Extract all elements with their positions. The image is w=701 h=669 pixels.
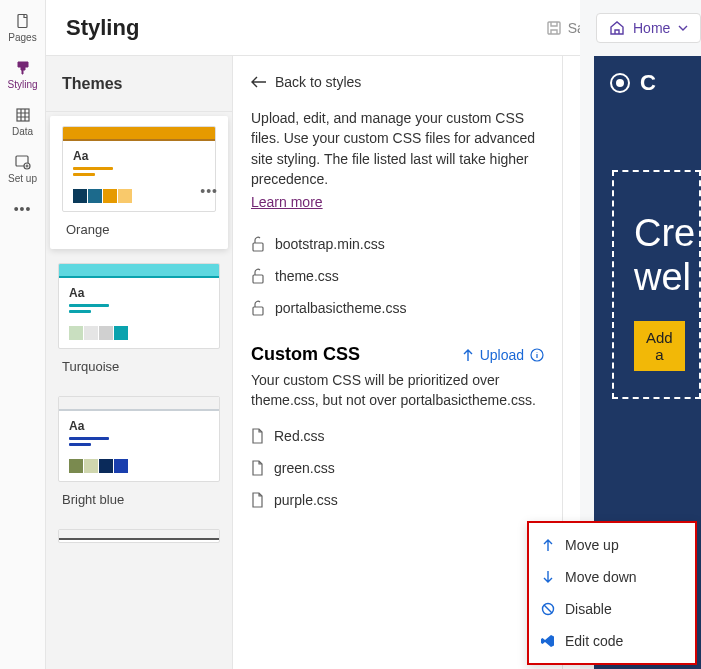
svg-rect-5	[253, 243, 263, 251]
css-file-name: Red.css	[274, 428, 325, 444]
theme-sample-text: Aa	[69, 419, 209, 433]
svg-rect-4	[548, 22, 560, 34]
upload-button[interactable]: Upload	[462, 347, 544, 363]
file-icon	[251, 492, 264, 508]
lock-open-icon	[251, 300, 265, 316]
themes-header: Themes	[46, 56, 232, 112]
rail-more[interactable]: •••	[1, 194, 45, 224]
svg-rect-1	[17, 109, 29, 121]
grid-icon	[14, 106, 32, 124]
theme-card-brightblue[interactable]: Aa Bright blue	[46, 386, 232, 519]
chevron-down-icon	[678, 25, 688, 31]
rail-styling-label: Styling	[7, 79, 37, 90]
gear-plus-icon	[14, 153, 32, 171]
css-file-name: portalbasictheme.css	[275, 300, 407, 316]
hero-block[interactable]: Cre wel Add a	[612, 170, 701, 399]
lock-open-icon	[251, 236, 265, 252]
ctx-label: Disable	[565, 601, 612, 617]
home-button[interactable]: Home	[596, 13, 701, 43]
rail-styling[interactable]: Styling	[1, 53, 45, 96]
home-label: Home	[633, 20, 670, 36]
hero-line2: wel	[634, 256, 679, 300]
custom-css-item[interactable]: purple.css	[251, 484, 544, 516]
rail-pages-label: Pages	[8, 32, 36, 43]
ctx-label: Move up	[565, 537, 619, 553]
more-icon: •••	[14, 200, 32, 218]
save-icon	[546, 20, 562, 36]
brush-icon	[14, 59, 32, 77]
theme-card-turquoise[interactable]: Aa Turquoise	[46, 253, 232, 386]
disable-icon	[541, 602, 555, 616]
ctx-label: Edit code	[565, 633, 623, 649]
preview-toolbar: Home	[580, 0, 701, 56]
logo-icon	[608, 71, 632, 95]
custom-css-title: Custom CSS	[251, 344, 360, 365]
css-file-name: theme.css	[275, 268, 339, 284]
css-file-name: green.css	[274, 460, 335, 476]
theme-card-orange[interactable]: Aa Orange •••	[50, 116, 228, 249]
vscode-icon	[541, 634, 555, 648]
context-menu: Move up Move down Disable Edit code	[527, 521, 697, 665]
arrow-up-icon	[541, 538, 555, 552]
theme-name-label: Orange	[62, 212, 216, 245]
upload-icon	[462, 348, 474, 362]
custom-css-item[interactable]: Red.css	[251, 420, 544, 452]
rail-pages[interactable]: Pages	[1, 6, 45, 49]
theme-sample-text: Aa	[69, 286, 209, 300]
info-icon	[530, 348, 544, 362]
editor-description: Upload, edit, and manage your custom CSS…	[251, 108, 544, 189]
theme-name-label: Bright blue	[58, 482, 220, 515]
svg-rect-7	[253, 307, 263, 315]
css-file-item[interactable]: bootstrap.min.css	[251, 228, 544, 260]
svg-point-10	[616, 79, 624, 87]
theme-sample-text: Aa	[73, 149, 205, 163]
hero-line1: Cre	[634, 212, 679, 256]
rail-setup-label: Set up	[8, 173, 37, 184]
brand-logo: C	[594, 56, 701, 110]
ctx-move-up[interactable]: Move up	[529, 529, 695, 561]
home-icon	[609, 20, 625, 36]
themes-panel: Themes Aa Orange ••• Aa Turquoise	[46, 56, 233, 669]
rail-setup[interactable]: Set up	[1, 147, 45, 190]
svg-rect-0	[18, 15, 27, 28]
back-link[interactable]: Back to styles	[251, 74, 544, 90]
theme-more-button[interactable]: •••	[200, 183, 218, 199]
file-icon	[251, 428, 264, 444]
page-icon	[14, 12, 32, 30]
editor-panel: Back to styles Upload, edit, and manage …	[233, 56, 563, 669]
learn-more-link[interactable]: Learn more	[251, 194, 323, 210]
file-icon	[251, 460, 264, 476]
rail-data-label: Data	[12, 126, 33, 137]
custom-css-note: Your custom CSS will be prioritized over…	[251, 371, 544, 410]
rail-data[interactable]: Data	[1, 100, 45, 143]
custom-css-header: Custom CSS Upload	[251, 344, 544, 365]
lock-open-icon	[251, 268, 265, 284]
arrow-left-icon	[251, 76, 267, 88]
css-file-name: purple.css	[274, 492, 338, 508]
css-file-name: bootstrap.min.css	[275, 236, 385, 252]
svg-rect-6	[253, 275, 263, 283]
custom-css-item[interactable]: green.css	[251, 452, 544, 484]
cta-button[interactable]: Add a	[634, 321, 685, 371]
brand-letter: C	[640, 70, 656, 96]
ctx-disable[interactable]: Disable	[529, 593, 695, 625]
upload-label: Upload	[480, 347, 524, 363]
ctx-move-down[interactable]: Move down	[529, 561, 695, 593]
arrow-down-icon	[541, 570, 555, 584]
page-title: Styling	[66, 15, 139, 41]
css-file-item[interactable]: portalbasictheme.css	[251, 292, 544, 324]
css-file-item[interactable]: theme.css	[251, 260, 544, 292]
ctx-edit-code[interactable]: Edit code	[529, 625, 695, 657]
nav-rail: Pages Styling Data Set up •••	[0, 0, 46, 669]
back-label: Back to styles	[275, 74, 361, 90]
theme-name-label: Turquoise	[58, 349, 220, 382]
theme-card-partial[interactable]	[46, 519, 232, 547]
ctx-label: Move down	[565, 569, 637, 585]
